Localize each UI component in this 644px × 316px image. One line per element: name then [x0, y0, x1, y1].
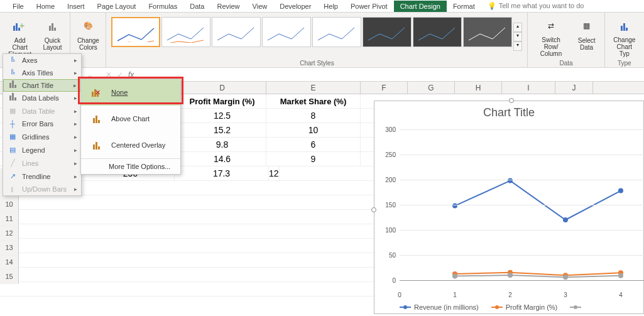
chart-style-8[interactable]: [463, 17, 512, 47]
tab-file[interactable]: File: [6, 1, 30, 12]
grid-icon: ▦: [577, 16, 597, 36]
col-header-d[interactable]: D: [178, 82, 266, 94]
group-label-type: Type: [605, 60, 644, 67]
legend-profit-margin[interactable]: Profit Margin (%): [491, 303, 558, 311]
tab-power-pivot[interactable]: Power Pivot: [344, 1, 394, 12]
submenu-none[interactable]: ✕ None: [81, 79, 180, 106]
col-header-g[interactable]: G: [408, 82, 455, 94]
menu-error-bars[interactable]: ┼Error Bars▸: [3, 117, 81, 130]
menu-gridlines[interactable]: ▦Gridlines▸: [3, 130, 81, 143]
menu-updown-bars: ⫿Up/Down Bars▸: [3, 183, 81, 195]
tab-format[interactable]: Format: [447, 1, 481, 12]
col-header-j[interactable]: J: [555, 82, 593, 94]
menu-axis-titles[interactable]: ╚Axis Titles▸: [3, 67, 81, 79]
chart-style-4[interactable]: [262, 17, 311, 47]
chart-style-7[interactable]: [413, 17, 462, 47]
svg-point-2: [563, 217, 568, 222]
cell-c5[interactable]: 9.8: [178, 138, 266, 151]
menu-trendline[interactable]: ↗Trendline▸: [3, 170, 81, 183]
chart-title-icon: [7, 82, 18, 89]
cell-d7[interactable]: 12: [269, 166, 280, 180]
fx-icon: fx: [128, 70, 134, 79]
tab-view[interactable]: View: [246, 1, 274, 12]
embedded-chart[interactable]: Chart Title 300250200 150100500 01234 Re…: [374, 101, 644, 314]
col-header-e[interactable]: E: [266, 82, 361, 94]
chart-resize-handle[interactable]: [509, 98, 514, 103]
chart-y-axis: 300250200 150100500: [374, 129, 398, 280]
legend-market-share[interactable]: [570, 303, 581, 311]
switch-row-column-button[interactable]: ⇄ Switch Row/Column: [532, 14, 570, 58]
error-bars-icon: ┼: [7, 120, 18, 128]
row-header-10[interactable]: 10: [0, 197, 19, 212]
legend-revenue[interactable]: Revenue (in millions): [400, 303, 479, 311]
svg-point-1: [508, 178, 513, 183]
cell-d6[interactable]: 9: [266, 152, 361, 166]
chart-style-1[interactable]: [111, 17, 160, 47]
tab-review[interactable]: Review: [210, 1, 246, 12]
group-label-data: Data: [528, 60, 604, 67]
centered-overlay-icon: [87, 138, 105, 153]
gridlines-icon: ▦: [7, 133, 18, 141]
change-colors-button[interactable]: 🎨 ChangeColors: [74, 14, 102, 58]
change-chart-type-button[interactable]: ChangeChart Typ: [609, 14, 640, 58]
lines-icon: ╱: [7, 159, 18, 167]
add-chart-element-menu: ╚Axes▸ ╚Axis Titles▸ Chart Title▸ Data L…: [3, 53, 82, 196]
cell-d4[interactable]: 10: [266, 123, 361, 137]
tell-me-search[interactable]: 💡Tell me what you want to do: [481, 0, 591, 12]
chart-title-submenu: ✕ None Above Chart Centered Overlay More…: [80, 79, 181, 175]
updown-icon: ⫿: [7, 185, 18, 193]
legend-icon: ▤: [7, 146, 18, 154]
gallery-more[interactable]: ▾: [513, 41, 522, 51]
menu-data-labels[interactable]: Data Labels▸: [3, 92, 81, 104]
row-header-11[interactable]: 11: [0, 212, 19, 226]
menu-lines: ╱Lines▸: [3, 156, 81, 170]
cell-c3[interactable]: 12.5: [178, 109, 266, 123]
menu-legend[interactable]: ▤Legend▸: [3, 143, 81, 156]
row-header-12[interactable]: 12: [0, 226, 19, 241]
chart-title-text[interactable]: Chart Title: [374, 106, 643, 119]
cell-c7[interactable]: 17.3: [175, 166, 269, 180]
col-header-h[interactable]: H: [455, 82, 502, 94]
row-header-15[interactable]: 15: [0, 270, 19, 284]
cell-d3[interactable]: 8: [266, 109, 361, 123]
chart-styles-gallery: ▴ ▾ ▾: [110, 14, 523, 58]
submenu-more-options[interactable]: More Title Options...: [81, 158, 180, 174]
trendline-icon: ↗: [7, 172, 18, 180]
row-header-13[interactable]: 13: [0, 241, 19, 255]
gallery-down[interactable]: ▾: [513, 32, 522, 41]
tab-page-layout[interactable]: Page Layout: [91, 1, 143, 12]
select-data-button[interactable]: ▦ SelectData: [573, 14, 601, 58]
tab-insert[interactable]: Insert: [61, 1, 91, 12]
cell-c6[interactable]: 14.6: [178, 152, 266, 166]
chart-style-2[interactable]: [161, 17, 210, 47]
tab-chart-design[interactable]: Chart Design: [394, 1, 447, 12]
cell-c2[interactable]: Profit Margin (%): [178, 94, 266, 108]
tab-help[interactable]: Help: [317, 1, 344, 12]
group-label-chart-styles: Chart Styles: [106, 60, 527, 67]
gallery-up[interactable]: ▴: [513, 23, 522, 32]
tab-developer[interactable]: Developer: [273, 1, 317, 12]
menu-axes[interactable]: ╚Axes▸: [3, 54, 81, 67]
cell-c4[interactable]: 15.2: [178, 123, 266, 137]
tab-formulas[interactable]: Formulas: [142, 1, 183, 12]
col-header-f[interactable]: F: [361, 82, 408, 94]
axis-titles-icon: ╚: [7, 69, 18, 77]
submenu-above-chart[interactable]: Above Chart: [81, 106, 180, 132]
menu-chart-title[interactable]: Chart Title▸: [3, 79, 81, 92]
row-header-14[interactable]: 14: [0, 255, 19, 270]
chart-plot-area[interactable]: [400, 129, 644, 280]
tab-data[interactable]: Data: [183, 1, 210, 12]
data-table-icon: ▦: [7, 107, 18, 115]
palette-icon: 🎨: [78, 16, 98, 36]
chart-style-6[interactable]: [363, 17, 412, 47]
chart-style-3[interactable]: [212, 17, 261, 47]
axes-icon: ╚: [7, 57, 18, 64]
chart-style-5[interactable]: [312, 17, 361, 47]
submenu-centered-overlay[interactable]: Centered Overlay: [81, 132, 180, 158]
bulb-icon: 💡: [488, 2, 496, 9]
col-header-i[interactable]: I: [502, 82, 555, 94]
cell-d5[interactable]: 6: [266, 138, 361, 151]
tab-home[interactable]: Home: [30, 1, 61, 12]
chart-legend[interactable]: Revenue (in millions) Profit Margin (%): [400, 303, 581, 311]
cell-d2[interactable]: Market Share (%): [266, 94, 361, 108]
